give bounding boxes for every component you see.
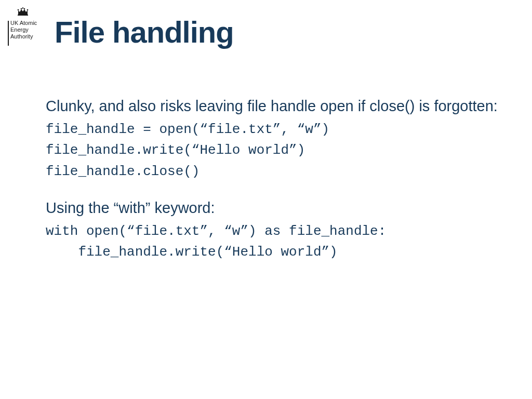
crown-icon xyxy=(17,6,29,17)
slide-content: Clunky, and also risks leaving file hand… xyxy=(46,97,501,263)
section1-intro: Clunky, and also risks leaving file hand… xyxy=(46,97,501,116)
section2-intro: Using the “with” keyword: xyxy=(46,198,501,218)
code-line: file_handle = open(“file.txt”, “w”) xyxy=(46,119,501,140)
org-line2: Energy xyxy=(10,26,42,33)
org-line3: Authority xyxy=(10,33,42,40)
code-line: file_handle.write(“Hello world”) xyxy=(46,140,501,161)
org-logo: UK Atomic Energy Authority xyxy=(4,6,42,40)
org-name: UK Atomic Energy Authority xyxy=(10,20,42,40)
svg-point-0 xyxy=(18,9,19,11)
svg-point-1 xyxy=(21,8,22,10)
code-line: file_handle.write(“Hello world”) xyxy=(46,242,501,262)
slide-title: File handling xyxy=(55,15,234,49)
svg-rect-5 xyxy=(18,15,28,16)
code-line: file_handle.close() xyxy=(46,161,501,182)
logo-divider xyxy=(8,21,9,46)
svg-point-2 xyxy=(22,7,24,9)
svg-point-4 xyxy=(27,9,29,11)
org-line1: UK Atomic xyxy=(10,20,42,26)
code-line: with open(“file.txt”, “w”) as file_handl… xyxy=(46,221,501,242)
svg-point-3 xyxy=(24,8,25,10)
